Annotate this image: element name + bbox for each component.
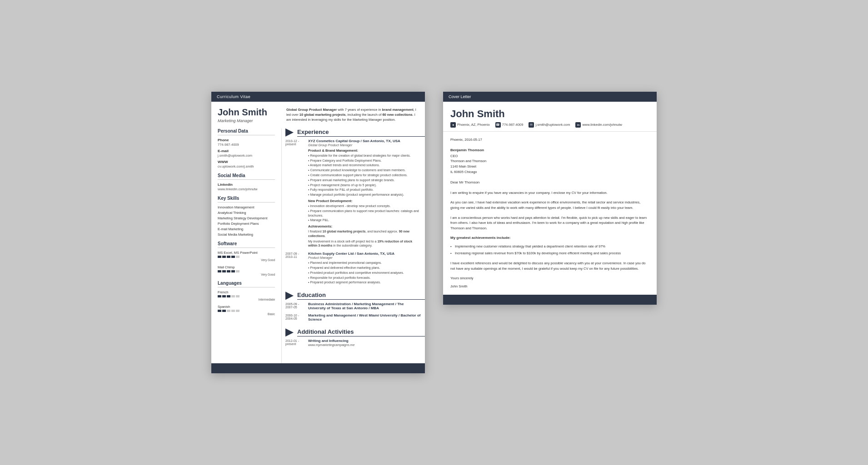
bullet-item: • Provided product portfolios and compet… xyxy=(308,271,421,275)
phone-label: Phone xyxy=(218,138,275,142)
recipient-company: Thomson and Thomson xyxy=(450,158,649,164)
cl-salutation: Dear Mr Thomson xyxy=(450,180,649,185)
bullet-item: • Innovation development - develop new p… xyxy=(308,204,421,208)
language-item: Spanish Basic xyxy=(218,305,275,316)
software-title: Software xyxy=(218,241,275,248)
cl-recipient: Benjamin Thomson CEO Thomson and Thomson… xyxy=(450,148,649,174)
cl-footer xyxy=(443,295,657,305)
education-entry: 2000-10 -2004-05 Marketing and Managemen… xyxy=(282,313,425,325)
skill-item: E-mail Marketing xyxy=(218,227,275,231)
cl-phone-text: 774-987-4009 xyxy=(502,123,524,127)
entry-date: 2005-09 -2007-05 xyxy=(285,302,308,311)
education-header: Education xyxy=(282,292,425,300)
bullet-item: • Create communication support plans for… xyxy=(308,173,421,178)
rating-dot xyxy=(218,295,221,297)
cv-body: Personal Data Phone 774-987-4009 E-mail … xyxy=(211,129,425,364)
entry-content: Writing and Influencing www.mymarketingc… xyxy=(308,339,421,348)
entry-date: 2012-01 -present xyxy=(285,339,308,348)
skill-item: Marketing Strategy Development xyxy=(218,216,275,220)
experience-entry: 2010-12 -present XYZ Cosmetics Capital G… xyxy=(282,139,425,252)
software-item: MS Excel, MS PowerPoint Very Good xyxy=(218,251,275,262)
cl-location: ● Phoenix, AZ, Phoenix xyxy=(450,122,490,128)
entry-date: 2010-12 -present xyxy=(285,139,308,249)
cv-intro: Global Group Product Manager with 7 year… xyxy=(282,102,425,129)
rating-dot-empty xyxy=(231,295,235,297)
entry-content: Business Administration / Marketing Mana… xyxy=(308,302,421,311)
experience-section: Experience 2010-12 -present XYZ Cosmetic… xyxy=(282,129,425,288)
rating-dot-empty xyxy=(231,310,235,312)
entry-content: Kitchen Supply Center Ltd / San Antonio,… xyxy=(308,252,421,285)
skill-item: Social Media Marketing xyxy=(218,232,275,237)
bullet-item: • Analyze market trends and recommend so… xyxy=(308,163,421,168)
cv-main-content: Experience 2010-12 -present XYZ Cosmetic… xyxy=(282,129,425,364)
bullet-item: • Planned and implemented promotional ca… xyxy=(308,261,421,265)
email-value: j.smith@uptowork.com xyxy=(218,153,275,158)
recipient-role: CEO xyxy=(450,153,649,159)
email-label: E-mail xyxy=(218,149,275,153)
cl-achievement-item: Implementing new customer relations stra… xyxy=(450,244,649,249)
degree-title: Marketing and Management / West Miami Un… xyxy=(308,313,421,322)
rating-dot xyxy=(227,295,230,297)
linkedin-value: www.linkedin.com/johnutw xyxy=(218,187,275,191)
achievement-text: I finalized 10 global marketing projects… xyxy=(308,229,421,238)
cl-signature: John Smith xyxy=(450,284,649,289)
rating-bar xyxy=(218,310,275,312)
language-item: French Intermediate xyxy=(218,290,275,301)
cv-name-section: John Smith Marketing Manager Global Grou… xyxy=(211,102,425,129)
cl-body: Phoenix, 2016-05-17 Benjamin Thomson CEO… xyxy=(443,132,657,295)
cl-name: John Smith xyxy=(450,108,649,120)
cl-achievement-item: Increasing regional sales revenue from $… xyxy=(450,251,649,256)
linkedin-icon: in xyxy=(575,122,581,128)
cv-document: Curriculum Vitae John Smith Marketing Ma… xyxy=(211,92,425,374)
experience-title: Experience xyxy=(297,129,425,137)
experience-header: Experience xyxy=(282,129,425,137)
rating-bar xyxy=(218,295,275,297)
recipient-name: Benjamin Thomson xyxy=(450,148,649,153)
location-icon: ● xyxy=(450,122,456,128)
cl-closing-paragraph: I have excellent references and would be… xyxy=(450,261,649,271)
company-name: Kitchen Supply Center Ltd / San Antonio,… xyxy=(308,252,421,256)
skill-item: Portfolio Deployment Plans xyxy=(218,222,275,226)
software-name: Mail Chimp xyxy=(218,265,275,269)
bullet-item: • Project management (teams of up to 5 p… xyxy=(308,183,421,188)
languages-section: Languages French Intermediate xyxy=(218,281,275,316)
bullet-item: • Prepare Category and Portfolio Deploym… xyxy=(308,158,421,163)
cover-letter-document: Cover Letter John Smith ● Phoenix, AZ, P… xyxy=(443,92,657,305)
company-name: XYZ Cosmetics Capital Group / San Antoni… xyxy=(308,139,421,143)
achievements-title: Achievements: xyxy=(308,224,421,228)
cv-name: John Smith xyxy=(218,107,275,117)
rating-dot xyxy=(227,256,230,258)
cl-paragraph-1: I am writing to enquire if you have any … xyxy=(450,190,649,196)
rating-dot xyxy=(227,270,230,272)
www-label: WWW xyxy=(218,160,275,164)
rating-dot-empty xyxy=(236,295,239,297)
degree-title: Business Administration / Marketing Mana… xyxy=(308,302,421,310)
rating-dot xyxy=(222,310,226,312)
rating-dot-empty xyxy=(236,256,239,258)
rating-dot xyxy=(222,295,226,297)
lang-name: Spanish xyxy=(218,305,275,309)
entry-date: 2000-10 -2004-05 xyxy=(285,313,308,322)
cl-header-bar: Cover Letter xyxy=(443,92,657,102)
cl-header-label: Cover Letter xyxy=(449,94,471,99)
entry-date: 2007-09 -2010-11 xyxy=(285,252,308,285)
rating-dot-empty xyxy=(227,310,230,312)
rating-dot xyxy=(231,270,235,272)
cl-phone: ☎ 774-987-4009 xyxy=(495,122,524,128)
cl-location-text: Phoenix, AZ, Phoenix xyxy=(457,123,490,127)
lang-name: French xyxy=(218,290,275,294)
key-skills-title: Key Skills xyxy=(218,196,275,203)
experience-entry: 2007-09 -2010-11 Kitchen Supply Center L… xyxy=(282,252,425,288)
rating-label: Very Good xyxy=(218,258,275,262)
cl-name-section: John Smith ● Phoenix, AZ, Phoenix ☎ 774-… xyxy=(443,102,657,132)
recipient-address: 1140 Main Street xyxy=(450,164,649,169)
bullet-item: • Prepare communication plans to support… xyxy=(308,209,421,218)
experience-arrow-icon xyxy=(285,129,294,137)
documents-container: Curriculum Vitae John Smith Marketing Ma… xyxy=(211,92,657,374)
languages-title: Languages xyxy=(218,281,275,287)
rating-dot xyxy=(231,256,235,258)
bullet-item: • Prepared product segment performance a… xyxy=(308,280,421,285)
personal-data-title: Personal Data xyxy=(218,129,275,135)
rating-dot-empty xyxy=(236,270,239,272)
education-entry: 2005-09 -2007-05 Business Administration… xyxy=(282,302,425,313)
